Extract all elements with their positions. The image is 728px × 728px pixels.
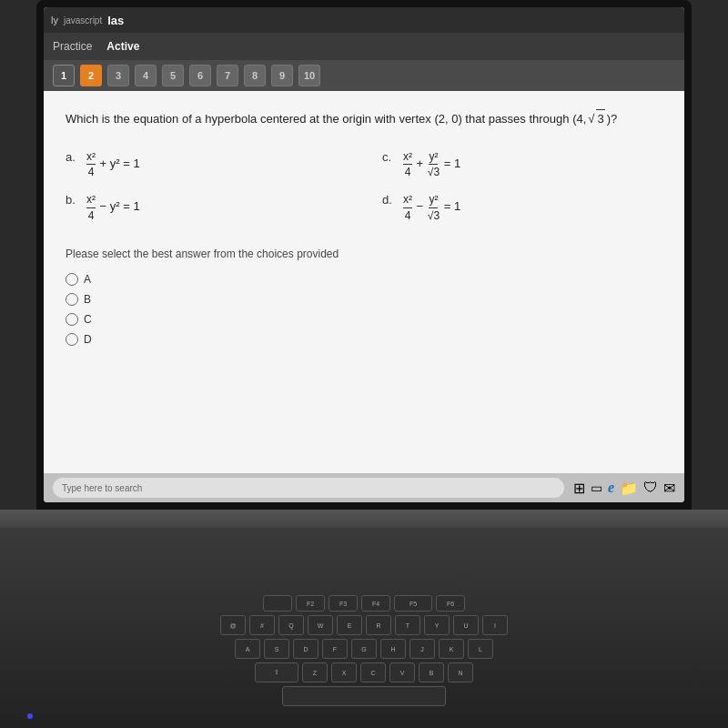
app-brand: las	[107, 14, 124, 27]
key-s[interactable]: S	[264, 639, 289, 659]
key-c[interactable]: C	[360, 662, 386, 682]
mail-icon[interactable]: ✉	[663, 480, 675, 497]
screen-content: ly javascript las Practice Active 1 2 3 …	[44, 7, 684, 502]
keyboard-row-space	[282, 686, 446, 706]
num-btn-5[interactable]: 5	[162, 65, 184, 86]
shield-icon[interactable]: 🛡	[643, 480, 658, 496]
key-n[interactable]: N	[448, 662, 473, 682]
keyboard-row-main: @ # Q W E R T Y U I	[220, 615, 508, 635]
key-f3[interactable]: F3	[329, 595, 358, 612]
key-h[interactable]: H	[380, 639, 406, 659]
key-g[interactable]: G	[351, 639, 377, 659]
key-y[interactable]: Y	[424, 615, 450, 635]
led-indicator	[27, 713, 33, 719]
key-space[interactable]	[282, 686, 446, 706]
num-btn-2[interactable]: 2	[80, 65, 102, 86]
choices-grid: a. x² 4 + y² = 1 c.	[66, 150, 662, 223]
screen-bezel: ly javascript las Practice Active 1 2 3 …	[36, 0, 692, 510]
edge-icon[interactable]: e	[608, 480, 614, 496]
radio-circle-c[interactable]	[66, 313, 78, 326]
key-f5[interactable]: F5	[394, 595, 432, 612]
key-q[interactable]: Q	[278, 615, 304, 635]
folder-icon[interactable]: 📁	[620, 480, 638, 497]
choice-a-label: a.	[66, 150, 78, 164]
key-f2[interactable]: F2	[296, 595, 325, 612]
key-f1[interactable]	[263, 595, 292, 612]
radio-options: A B C D	[66, 273, 662, 346]
key-w[interactable]: W	[308, 615, 333, 635]
key-i[interactable]: I	[482, 615, 508, 635]
key-b[interactable]: B	[419, 662, 444, 682]
key-f[interactable]: F	[322, 639, 348, 659]
screen-wrapper: ly javascript las Practice Active 1 2 3 …	[0, 0, 728, 728]
num-btn-4[interactable]: 4	[135, 65, 157, 86]
key-x[interactable]: X	[331, 662, 357, 682]
keyboard-row-shift: ⇧ Z X C V B N	[255, 662, 473, 682]
question-text: Which is the equation of a hyperbola cen…	[66, 109, 662, 128]
key-j[interactable]: J	[410, 639, 435, 659]
key-at[interactable]: @	[220, 615, 246, 635]
radio-circle-a[interactable]	[66, 273, 78, 286]
select-answer-prompt: Please select the best answer from the c…	[66, 248, 662, 260]
top-bar: ly javascript las	[44, 7, 684, 33]
nav-bar: Practice Active	[44, 33, 684, 60]
choice-a: a. x² 4 + y² = 1	[66, 150, 346, 179]
app-subtitle: javascript	[64, 15, 102, 25]
choice-b-formula: x² 4 − y² = 1	[86, 193, 140, 222]
radio-label-c: C	[84, 313, 92, 326]
radio-option-c[interactable]: C	[66, 313, 662, 326]
choice-c-formula: x² 4 + y² √3 = 1	[402, 150, 460, 179]
choice-d-formula: x² 4 − y² √3 = 1	[402, 193, 460, 222]
key-r[interactable]: R	[366, 615, 391, 635]
key-d[interactable]: D	[293, 639, 318, 659]
radio-option-a[interactable]: A	[66, 273, 662, 286]
num-btn-3[interactable]: 3	[107, 65, 129, 86]
num-btn-1[interactable]: 1	[53, 65, 75, 86]
key-f6[interactable]: F6	[436, 595, 465, 612]
radio-label-a: A	[84, 273, 91, 286]
num-btn-10[interactable]: 10	[298, 65, 320, 86]
nav-practice[interactable]: Practice	[53, 40, 92, 53]
key-e[interactable]: E	[337, 615, 362, 635]
radio-option-b[interactable]: B	[66, 293, 662, 306]
radio-circle-d[interactable]	[66, 333, 78, 346]
key-v[interactable]: V	[389, 662, 415, 682]
choice-b-label: b.	[66, 193, 78, 207]
key-k[interactable]: K	[439, 639, 464, 659]
choice-c-label: c.	[382, 150, 395, 164]
windows-icon[interactable]: ⊞	[573, 480, 585, 497]
key-z[interactable]: Z	[302, 662, 328, 682]
choice-d-label: d.	[382, 193, 395, 207]
radio-option-d[interactable]: D	[66, 333, 662, 346]
key-hash[interactable]: #	[249, 615, 275, 635]
search-placeholder: Type here to search	[62, 483, 142, 493]
question-area: Which is the equation of a hyperbola cen…	[44, 91, 684, 473]
nav-active[interactable]: Active	[106, 40, 139, 53]
keyboard-row-home: A S D F G H J K L	[235, 639, 493, 659]
radio-label-b: B	[84, 293, 91, 306]
taskbar-icons: ⊞ ▭ e 📁 🛡 ✉	[573, 480, 675, 497]
app-title-partial: ly	[51, 15, 58, 25]
key-t[interactable]: T	[395, 615, 420, 635]
choice-a-formula: x² 4 + y² = 1	[86, 150, 140, 179]
num-btn-8[interactable]: 8	[244, 65, 266, 86]
radio-label-d: D	[84, 333, 92, 346]
key-a[interactable]: A	[235, 639, 260, 659]
taskbar-search[interactable]: Type here to search	[53, 478, 564, 498]
taskbar: Type here to search ⊞ ▭ e 📁 🛡 ✉	[44, 473, 684, 502]
key-u[interactable]: U	[453, 615, 479, 635]
key-l[interactable]: L	[468, 639, 493, 659]
key-f4[interactable]: F4	[361, 595, 390, 612]
radio-circle-b[interactable]	[66, 293, 78, 306]
num-btn-7[interactable]: 7	[217, 65, 238, 86]
keyboard-row-fn: F2 F3 F4 F5 F6	[263, 595, 465, 612]
num-btn-6[interactable]: 6	[189, 65, 211, 86]
keyboard-area: F2 F3 F4 F5 F6 @ # Q W E R T Y U I A S D…	[0, 528, 728, 728]
num-btn-9[interactable]: 9	[271, 65, 293, 86]
rectangle-icon[interactable]: ▭	[591, 480, 602, 495]
key-shift[interactable]: ⇧	[255, 662, 298, 682]
numbers-bar: 1 2 3 4 5 6 7 8 9 10	[44, 60, 684, 91]
choice-c: c. x² 4 + y² √3 = 1	[382, 150, 662, 179]
choice-d: d. x² 4 − y² √3 = 1	[382, 193, 662, 222]
choice-b: b. x² 4 − y² = 1	[66, 193, 346, 222]
